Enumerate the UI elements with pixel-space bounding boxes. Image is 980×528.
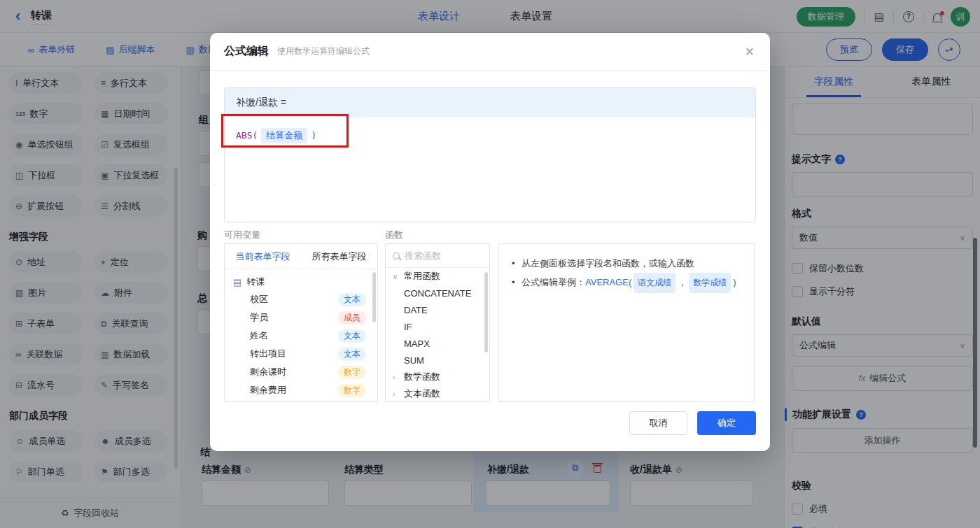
function-group-common[interactable]: ∨ 常用函数 xyxy=(386,268,489,285)
example-close-paren: ) xyxy=(733,277,736,287)
function-item-if[interactable]: IF xyxy=(386,318,489,335)
function-item-concatenate[interactable]: CONCATENATE xyxy=(386,285,489,301)
caret-right-icon: › xyxy=(393,390,400,398)
variable-item-remaining-hours[interactable]: 剩余课时数字 xyxy=(225,363,377,381)
type-badge: 文本 xyxy=(338,293,366,306)
modal-header: 公式编辑 使用数学运算符编辑公式 xyxy=(210,33,770,71)
example-function: AVERAGE( xyxy=(585,277,631,287)
variable-item-transfer-out[interactable]: 转出项目文本 xyxy=(225,345,377,363)
form-root-node[interactable]: ▤ 转课 xyxy=(225,269,377,290)
functions-panel: 搜索函数 ∨ 常用函数 CONCATENATE DATE IF MAPX SUM… xyxy=(385,243,490,402)
help-panel: 从左侧面板选择字段名和函数，或输入函数 公式编辑举例：AVERAGE(语文成绩，… xyxy=(498,243,755,402)
function-group-math[interactable]: › 数学函数 xyxy=(386,369,489,385)
function-item-mapx[interactable]: MAPX xyxy=(386,335,489,352)
type-badge: 数字 xyxy=(338,366,366,379)
functions-scrollbar[interactable] xyxy=(484,272,488,352)
comma: ， xyxy=(678,277,687,287)
variable-item-student[interactable]: 学员成员 xyxy=(225,308,377,327)
type-badge: 数字 xyxy=(338,384,366,397)
formula-target: 补缴/退款 = xyxy=(225,88,755,117)
modal-subtitle: 使用数学运算符编辑公式 xyxy=(277,45,370,57)
modal-footer: 取消 确定 xyxy=(629,411,756,435)
variable-item-campus[interactable]: 校区文本 xyxy=(225,290,377,308)
example-chip: 数学成绩 xyxy=(689,273,731,293)
variables-scrollbar[interactable] xyxy=(372,272,376,322)
help-tip-2: 公式编辑举例：AVERAGE(语文成绩，数学成绩) xyxy=(510,273,743,293)
type-badge: 文本 xyxy=(338,348,366,361)
close-icon[interactable]: ✕ xyxy=(745,45,755,59)
formula-edit-modal: 公式编辑 使用数学运算符编辑公式 ✕ 补缴/退款 = ABS(结算金额) 可用变… xyxy=(210,33,770,451)
example-chip: 语文成绩 xyxy=(634,273,676,293)
help-tip-1: 从左侧面板选择字段名和函数，或输入函数 xyxy=(510,254,743,273)
type-badge: 文本 xyxy=(338,329,366,343)
modal-title: 公式编辑 xyxy=(224,44,269,59)
function-group-text[interactable]: › 文本函数 xyxy=(386,385,489,402)
variable-item-remaining-fee[interactable]: 剩余费用数字 xyxy=(225,381,377,399)
app-window: ‹ 转课 表单设计 表单设置 数据管理 ▤ ? 训 ∞ 表单外链 ▨ 后端脚本 xyxy=(0,0,980,528)
function-item-sum[interactable]: SUM xyxy=(386,352,489,369)
variables-tabs: 当前表单字段 所有表单字段 xyxy=(225,244,377,269)
close-paren: ) xyxy=(311,130,316,141)
form-doc-icon: ▤ xyxy=(233,277,241,287)
formula-editor[interactable]: 补缴/退款 = ABS(结算金额) xyxy=(224,87,756,222)
function-name: ABS( xyxy=(236,130,258,141)
functions-label: 函数 xyxy=(385,229,403,241)
caret-right-icon: › xyxy=(393,373,400,381)
confirm-button[interactable]: 确定 xyxy=(697,411,756,435)
variables-label: 可用变量 xyxy=(224,229,260,241)
formula-expression[interactable]: ABS(结算金额) xyxy=(225,117,755,154)
tab-all-form-fields[interactable]: 所有表单字段 xyxy=(301,244,377,269)
variables-panel: 当前表单字段 所有表单字段 ▤ 转课 校区文本 学员成员 姓名文本 转出项目文本… xyxy=(224,243,378,402)
caret-down-icon: ∨ xyxy=(393,273,400,280)
search-placeholder: 搜索函数 xyxy=(405,250,441,262)
field-chip[interactable]: 结算金额 xyxy=(261,128,307,143)
tab-current-form-fields[interactable]: 当前表单字段 xyxy=(225,244,301,269)
function-search-input[interactable]: 搜索函数 xyxy=(386,244,489,268)
function-item-date[interactable]: DATE xyxy=(386,301,489,318)
type-badge: 成员 xyxy=(338,311,366,324)
search-icon xyxy=(393,252,400,259)
cancel-button[interactable]: 取消 xyxy=(629,411,687,435)
variable-item-name[interactable]: 姓名文本 xyxy=(225,327,377,345)
